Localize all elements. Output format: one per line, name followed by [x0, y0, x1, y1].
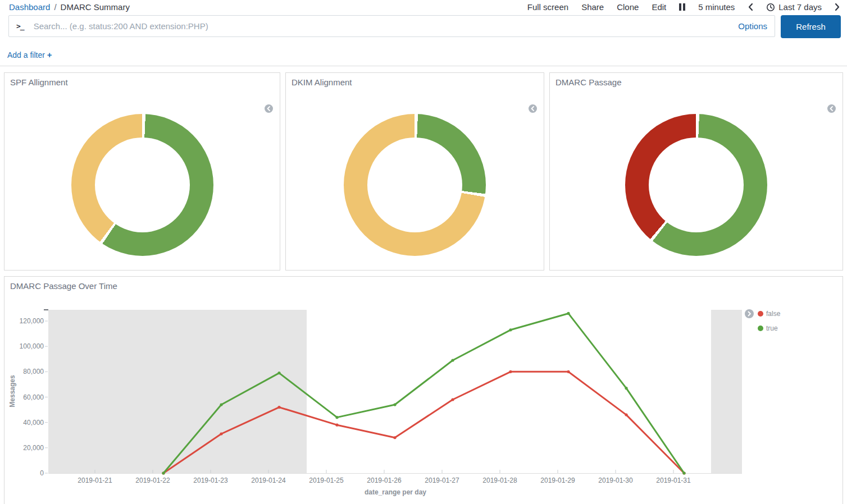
svg-text:2019-01-30: 2019-01-30 [598, 476, 633, 484]
svg-text:60,000: 60,000 [23, 393, 44, 401]
dkim-donut-chart[interactable] [344, 114, 486, 256]
breadcrumb-dashboard-link[interactable]: Dashboard [9, 2, 50, 12]
donut-hole [95, 138, 190, 232]
top-navigation: Dashboard / DMARC Summary Full screen Sh… [0, 0, 847, 14]
legend-collapse-icon[interactable] [529, 104, 537, 113]
out-of-range-zones [48, 310, 742, 473]
svg-text:2019-01-25: 2019-01-25 [309, 476, 344, 484]
time-forward-icon[interactable] [835, 3, 840, 11]
pause-icon[interactable] [679, 3, 685, 11]
donut-panel-row: SPF Allignment DKIM Alignment DMARC Pass… [4, 72, 843, 271]
x-axis-title: date_range per day [365, 488, 426, 496]
breadcrumb: Dashboard / DMARC Summary [9, 2, 130, 12]
svg-text:2019-01-24: 2019-01-24 [251, 476, 286, 484]
refresh-button[interactable]: Refresh [781, 15, 841, 38]
refresh-interval-button[interactable]: 5 minutes [698, 2, 735, 12]
panel-title-spf: SPF Allignment [4, 73, 280, 91]
search-input[interactable] [33, 21, 732, 31]
legend-label-true: true [766, 324, 778, 332]
dashboard-grid: SPF Allignment DKIM Alignment DMARC Pass… [0, 66, 847, 504]
time-range-label: Last 7 days [778, 2, 822, 12]
plus-icon: + [47, 50, 52, 59]
panel-dkim-alignment: DKIM Alignment [285, 72, 544, 271]
svg-text:40,000: 40,000 [23, 419, 44, 427]
legend-collapse-icon[interactable] [265, 104, 273, 113]
dmarc-line-chart[interactable]: 020,00040,00060,00080,000100,000120,0002… [4, 277, 844, 504]
legend-item-false[interactable]: false [758, 309, 780, 318]
spf-donut-chart[interactable] [71, 114, 213, 256]
dmarc-donut-chart[interactable] [625, 114, 767, 256]
svg-text:100,000: 100,000 [20, 342, 44, 350]
chart-legend: false true [758, 309, 780, 338]
page-title: DMARC Summary [61, 2, 130, 12]
panel-dmarc-over-time: DMARC Passage Over Time 020,00040,00060,… [4, 276, 843, 504]
svg-text:20,000: 20,000 [23, 444, 44, 452]
add-filter-label: Add a filter [7, 51, 45, 59]
menu-clone[interactable]: Clone [617, 2, 639, 12]
donut-hole [367, 138, 462, 232]
svg-text:80,000: 80,000 [23, 368, 44, 375]
series-false-color-dot [758, 311, 763, 317]
dashboard-menu: Full screen Share Clone Edit 5 minutes L… [527, 2, 840, 12]
panel-spf-alignment: SPF Allignment [4, 72, 280, 271]
legend-collapse-icon[interactable] [827, 104, 836, 113]
add-filter-link[interactable]: Add a filter + [7, 51, 52, 59]
svg-text:0: 0 [40, 469, 44, 477]
svg-text:2019-01-22: 2019-01-22 [135, 476, 170, 484]
search-bar: >_ Options [8, 15, 775, 37]
filter-bar: Add a filter + [0, 38, 847, 66]
svg-text:2019-01-29: 2019-01-29 [540, 476, 575, 484]
breadcrumb-separator: / [54, 2, 56, 12]
clock-icon [766, 3, 775, 12]
query-row: >_ Options Refresh [0, 14, 847, 38]
time-range-button[interactable]: Last 7 days [766, 2, 822, 12]
menu-edit[interactable]: Edit [652, 2, 666, 12]
menu-share[interactable]: Share [581, 2, 604, 12]
y-axis-title: Messages [8, 375, 16, 407]
svg-text:2019-01-23: 2019-01-23 [193, 476, 228, 484]
svg-text:2019-01-28: 2019-01-28 [482, 476, 517, 484]
legend-expand-icon[interactable] [745, 309, 754, 320]
time-back-icon[interactable] [748, 3, 753, 11]
legend-label-false: false [766, 310, 780, 318]
svg-text:120,000: 120,000 [20, 317, 44, 325]
svg-text:2019-01-21: 2019-01-21 [78, 476, 112, 484]
legend-item-true[interactable]: true [758, 324, 780, 333]
panel-title-dmarc: DMARC Passage [550, 73, 843, 91]
svg-text:2019-01-26: 2019-01-26 [367, 476, 402, 484]
console-prompt-icon: >_ [16, 22, 24, 30]
panel-title-dkim: DKIM Alignment [286, 73, 544, 91]
options-link[interactable]: Options [731, 21, 767, 31]
svg-text:2019-01-31: 2019-01-31 [656, 476, 691, 484]
donut-hole [649, 138, 744, 232]
svg-text:2019-01-27: 2019-01-27 [425, 476, 459, 484]
series-true-color-dot [758, 326, 763, 331]
panel-title-dmarc-over-time: DMARC Passage Over Time [4, 277, 843, 295]
menu-full-screen[interactable]: Full screen [527, 2, 568, 12]
panel-dmarc-passage: DMARC Passage [549, 72, 843, 271]
